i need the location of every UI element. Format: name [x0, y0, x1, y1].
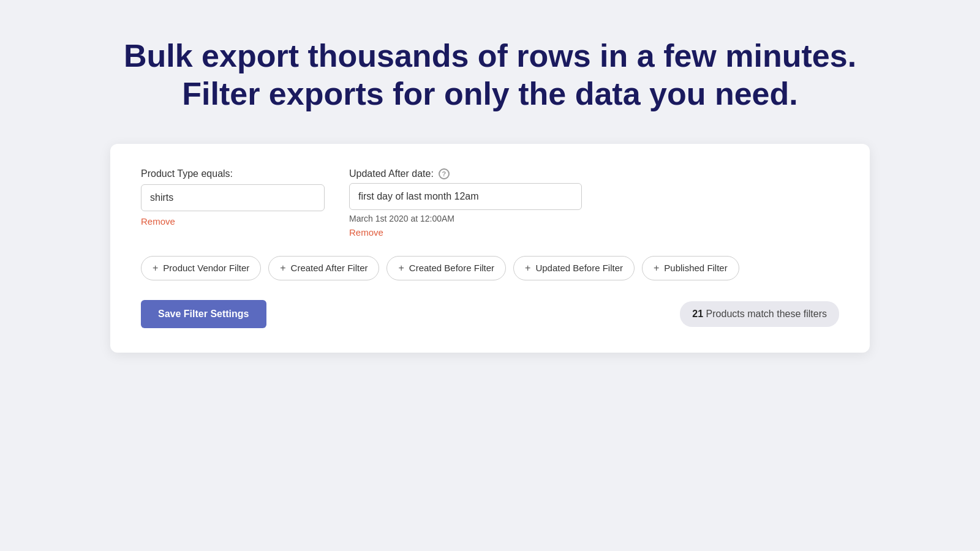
bottom-row: Save Filter Settings 21 Products match t…: [141, 300, 839, 328]
plus-icon: +: [525, 263, 530, 274]
updated-after-label: Updated After date: ?: [349, 168, 582, 179]
add-published-filter-button[interactable]: + Published Filter: [642, 256, 739, 280]
add-created-after-filter-button[interactable]: + Created After Filter: [268, 256, 379, 280]
updated-after-meta: March 1st 2020 at 12:00AM: [349, 214, 582, 223]
help-icon[interactable]: ?: [439, 168, 450, 179]
add-updated-before-filter-button[interactable]: + Updated Before Filter: [513, 256, 635, 280]
match-count: 21: [692, 309, 703, 319]
updated-after-input[interactable]: [349, 183, 582, 210]
plus-icon: +: [398, 263, 404, 274]
add-filter-buttons-row: + Product Vendor Filter + Created After …: [141, 256, 839, 280]
product-type-remove-link[interactable]: Remove: [141, 216, 175, 227]
plus-icon: +: [280, 263, 285, 274]
plus-icon: +: [153, 263, 158, 274]
product-type-input[interactable]: [141, 184, 325, 211]
product-type-label: Product Type equals:: [141, 168, 325, 179]
add-created-before-filter-button[interactable]: + Created Before Filter: [386, 256, 506, 280]
updated-after-filter-group: Updated After date: ? March 1st 2020 at …: [349, 168, 582, 238]
add-vendor-filter-button[interactable]: + Product Vendor Filter: [141, 256, 261, 280]
hero-title: Bulk export thousands of rows in a few m…: [124, 37, 856, 113]
save-filter-settings-button[interactable]: Save Filter Settings: [141, 300, 266, 328]
match-badge: 21 Products match these filters: [680, 301, 839, 327]
updated-after-remove-link[interactable]: Remove: [349, 227, 383, 238]
product-type-filter-group: Product Type equals: Remove: [141, 168, 325, 227]
filter-card: Product Type equals: Remove Updated Afte…: [110, 144, 870, 353]
active-filters-row: Product Type equals: Remove Updated Afte…: [141, 168, 839, 238]
plus-icon: +: [654, 263, 659, 274]
